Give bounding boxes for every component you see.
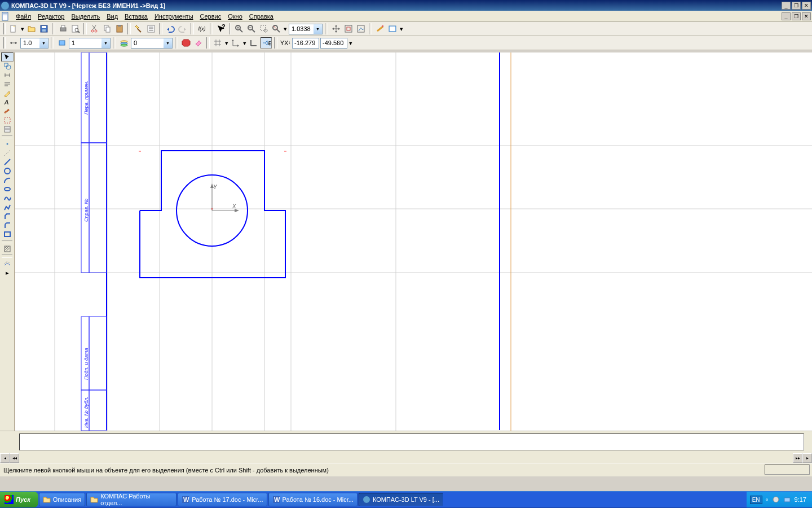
zoom-combo-btn[interactable]: ▼ xyxy=(314,24,322,34)
zoom-dropdown[interactable]: ▾ xyxy=(283,23,288,34)
redo-button[interactable] xyxy=(177,23,188,34)
menu-edit[interactable]: Редактор xyxy=(34,12,68,21)
pan-button[interactable] xyxy=(330,23,342,34)
task-btn-0[interactable]: Описания xyxy=(39,493,85,506)
view-combo-btn[interactable]: ▼ xyxy=(102,38,110,48)
collect-tool[interactable]: ▸ xyxy=(1,268,14,277)
cut-button[interactable] xyxy=(89,23,100,34)
tray-icon-1[interactable] xyxy=(772,496,780,503)
zoom-fit-button[interactable] xyxy=(343,23,354,34)
scroll-left-btn[interactable]: ◂ xyxy=(0,453,10,463)
view-combo[interactable]: 1 ▼ xyxy=(69,38,111,49)
spec-tool[interactable] xyxy=(1,125,14,134)
tray-icon-2[interactable] xyxy=(783,496,791,503)
stop-button[interactable] xyxy=(180,37,192,49)
minimize-button[interactable]: _ xyxy=(782,2,791,10)
tray-chevron-icon[interactable]: « xyxy=(766,497,769,502)
lang-indicator[interactable]: EN xyxy=(750,496,762,504)
canvas-area[interactable]: Перв. примен. Справ. № Подп. и дата Инв.… xyxy=(15,52,812,431)
menu-window[interactable]: Окно xyxy=(224,12,246,21)
mdi-minimize-button[interactable]: _ xyxy=(782,12,791,20)
chamfer-tool[interactable] xyxy=(1,212,14,221)
mdi-restore-button[interactable]: ❐ xyxy=(792,12,801,20)
annotation-tool[interactable] xyxy=(1,80,14,89)
variables-button[interactable]: f(x) xyxy=(196,23,208,34)
start-button[interactable]: Пуск xyxy=(0,492,38,507)
format-painter-button[interactable] xyxy=(133,23,144,34)
arc-tool[interactable] xyxy=(1,176,14,185)
redraw-button[interactable] xyxy=(374,23,386,34)
menu-select[interactable]: Выделить xyxy=(68,12,103,21)
measure-tool[interactable] xyxy=(1,107,14,116)
fillet-tool[interactable] xyxy=(1,221,14,230)
coord-dropdown[interactable]: ▾ xyxy=(348,37,353,49)
preview-button[interactable] xyxy=(70,23,81,34)
layer-button[interactable] xyxy=(118,37,130,49)
spline-tool[interactable] xyxy=(1,194,14,203)
scroll-right2-btn[interactable]: ▸▸ xyxy=(793,453,802,463)
circle-tool[interactable] xyxy=(1,167,14,176)
aux-line-tool[interactable] xyxy=(1,148,14,157)
rect-tool[interactable] xyxy=(1,230,14,239)
point-tool[interactable] xyxy=(1,139,14,148)
menu-insert[interactable]: Вставка xyxy=(121,12,151,21)
copy-button[interactable] xyxy=(102,23,113,34)
scroll-left2-btn[interactable]: ◂◂ xyxy=(10,453,19,463)
properties-button[interactable] xyxy=(145,23,157,34)
save-button[interactable] xyxy=(38,23,50,34)
maximize-button[interactable]: ❐ xyxy=(792,2,801,10)
task-btn-4[interactable]: КОМПАС-3D LT V9 - [... xyxy=(359,493,443,506)
line-tool[interactable] xyxy=(1,157,14,167)
whats-this-button[interactable]: ? xyxy=(215,23,227,34)
coord-x-field[interactable]: -16.279 xyxy=(292,38,319,49)
print-button[interactable] xyxy=(58,23,69,34)
scrollbar-horizontal[interactable]: ◂ ◂◂ ▸▸ ▸ xyxy=(0,453,812,463)
select-old-tool[interactable] xyxy=(1,116,14,125)
close-button[interactable]: ✕ xyxy=(802,2,811,10)
polyline-tool[interactable] xyxy=(1,203,14,212)
mdi-close-button[interactable]: ✕ xyxy=(802,12,811,20)
step-combo[interactable]: 1.0 ▼ xyxy=(20,38,48,49)
refresh-dropdown[interactable]: ▾ xyxy=(399,23,404,34)
task-btn-1[interactable]: КОМПАС Работы отдел... xyxy=(86,493,176,506)
equidistant-tool[interactable] xyxy=(1,259,14,268)
menu-service[interactable]: Сервис xyxy=(197,12,225,21)
eraser-button[interactable] xyxy=(193,37,204,49)
menu-tools[interactable]: Инструменты xyxy=(151,12,197,21)
ellipse-tool[interactable] xyxy=(1,185,14,194)
layer-combo-btn[interactable]: ▼ xyxy=(164,38,172,48)
new-dropdown[interactable]: ▾ xyxy=(20,23,25,34)
zoom-region-button[interactable] xyxy=(355,23,367,34)
coord-y-field[interactable]: -49.560 xyxy=(320,38,347,49)
param-tool[interactable]: A xyxy=(1,98,14,107)
clock[interactable]: 9:17 xyxy=(795,496,806,503)
edit-tool[interactable] xyxy=(1,89,14,98)
ortho-button[interactable] xyxy=(248,37,259,49)
geometry-tool[interactable] xyxy=(1,62,14,71)
local-cs-dropdown[interactable]: ▾ xyxy=(242,37,247,49)
round-button[interactable]: ⊕ xyxy=(261,37,272,49)
view-state-button[interactable] xyxy=(56,37,68,49)
zoom-combo[interactable]: 1.0338 ▼ xyxy=(289,24,323,34)
refresh-button[interactable] xyxy=(387,23,398,34)
new-button[interactable] xyxy=(8,23,19,34)
dimension-tool[interactable] xyxy=(1,71,14,80)
layer-combo[interactable]: 0 ▼ xyxy=(131,38,173,49)
grid-dropdown[interactable]: ▾ xyxy=(224,37,229,49)
zoom-out-button[interactable] xyxy=(246,23,257,34)
zoom-window-button[interactable] xyxy=(258,23,270,34)
step-button[interactable] xyxy=(8,37,19,49)
undo-button[interactable] xyxy=(165,23,176,34)
menu-file[interactable]: Файл xyxy=(12,12,34,21)
zoom-dynamic-button[interactable] xyxy=(271,23,282,34)
task-btn-3[interactable]: W Работа № 16.doc - Micr... xyxy=(268,493,358,506)
hatch-tool[interactable] xyxy=(1,244,14,253)
local-cs-button[interactable] xyxy=(230,37,241,49)
pointer-tool[interactable] xyxy=(1,52,14,62)
task-btn-2[interactable]: W Работа № 17.doc - Micr... xyxy=(178,493,267,506)
paste-button[interactable] xyxy=(114,23,125,34)
zoom-in-button[interactable] xyxy=(233,23,245,34)
step-combo-btn[interactable]: ▼ xyxy=(39,38,48,48)
property-field[interactable] xyxy=(19,433,804,450)
menu-help[interactable]: Справка xyxy=(246,12,277,21)
